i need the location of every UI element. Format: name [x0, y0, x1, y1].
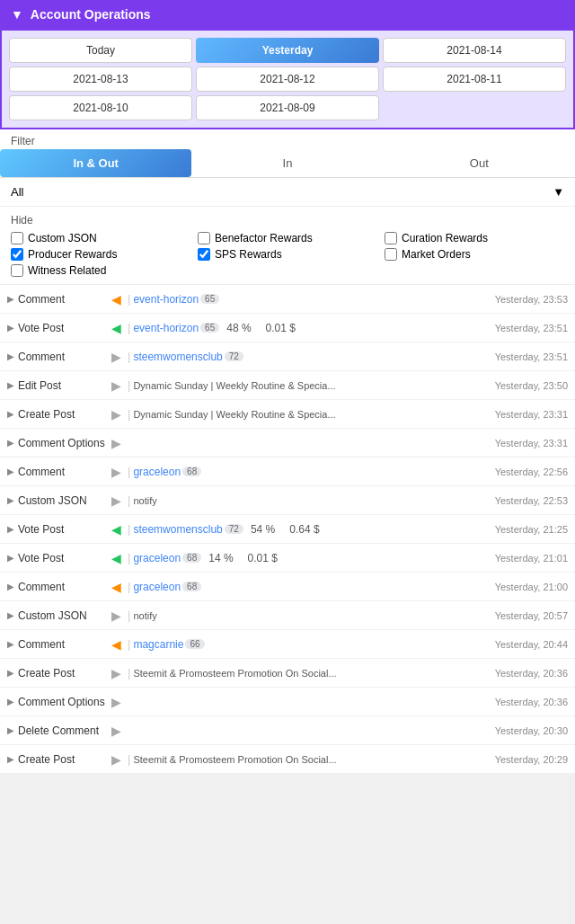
op-type-label: Comment Options	[18, 437, 108, 449]
op-badge: 68	[182, 466, 201, 476]
hide-market-orders[interactable]: Market Orders	[385, 248, 564, 261]
op-link[interactable]: steemwomensclub	[133, 351, 222, 363]
curation-rewards-label: Curation Rewards	[402, 232, 488, 244]
table-row: ▶Comment Options▶Yesterday, 23:31	[0, 429, 575, 458]
op-badge: 72	[225, 524, 243, 534]
expand-arrow-icon[interactable]: ▶	[7, 610, 14, 620]
separator: |	[128, 493, 130, 507]
hide-label: Hide	[11, 214, 564, 227]
expand-arrow-icon[interactable]: ▶	[7, 380, 14, 390]
expand-arrow-icon[interactable]: ▶	[7, 323, 14, 333]
hide-witness-related[interactable]: Witness Related	[11, 264, 190, 277]
op-amount: 0.64 $	[289, 523, 319, 536]
checkbox-producer-rewards[interactable]	[11, 248, 23, 261]
table-row: ▶Vote Post◀|steemwomensclub7254 %0.64 $Y…	[0, 515, 575, 544]
direction-icon: ◀	[111, 580, 121, 594]
table-row: ▶Comment◀|magcarnie66Yesterday, 20:44	[0, 630, 575, 659]
op-badge: 66	[185, 639, 204, 649]
date-btn-2021-08-10[interactable]: 2021-08-10	[9, 95, 192, 120]
separator: |	[128, 292, 130, 306]
expand-arrow-icon[interactable]: ▶	[7, 438, 14, 448]
table-row: ▶Create Post▶|Steemit & Promosteem Promo…	[0, 745, 575, 774]
expand-arrow-icon[interactable]: ▶	[7, 351, 14, 361]
separator: |	[128, 637, 130, 651]
expand-arrow-icon[interactable]: ▶	[7, 524, 14, 534]
expand-arrow-icon[interactable]: ▶	[7, 409, 14, 419]
custom-json-label: Custom JSON	[28, 232, 97, 244]
expand-arrow-icon[interactable]: ▶	[7, 639, 14, 649]
date-btn-2021-08-13[interactable]: 2021-08-13	[9, 67, 192, 92]
sps-rewards-label: SPS Rewards	[215, 248, 282, 261]
dropdown-value: All	[11, 185, 23, 199]
direction-icon: ◀	[111, 551, 121, 565]
op-detail: notify	[133, 610, 494, 621]
hide-sps-rewards[interactable]: SPS Rewards	[198, 248, 377, 261]
separator: |	[128, 407, 130, 421]
direction-icon: ▶	[111, 378, 121, 393]
hide-benefactor-rewards[interactable]: Benefactor Rewards	[198, 232, 377, 244]
hide-producer-rewards[interactable]: Producer Rewards	[11, 248, 190, 261]
all-dropdown[interactable]: All ▼	[0, 178, 575, 207]
expand-arrow-icon[interactable]: ▶	[7, 582, 14, 591]
table-row: ▶Comment▶|graceleon68Yesterday, 22:56	[0, 458, 575, 486]
date-btn-today[interactable]: Today	[9, 38, 192, 63]
op-detail: Dynamic Sunday | Weekly Routine & Specia…	[133, 409, 494, 420]
table-row: ▶Vote Post◀|graceleon6814 %0.01 $Yesterd…	[0, 544, 575, 573]
op-time: Yesterday, 23:31	[495, 438, 568, 449]
op-amount: 0.01 $	[248, 552, 278, 564]
op-link[interactable]: event-horizon	[133, 322, 199, 334]
checkbox-custom-json[interactable]	[11, 232, 23, 244]
date-btn-2021-08-09[interactable]: 2021-08-09	[196, 95, 379, 120]
op-type-label: Comment	[18, 638, 108, 651]
filter-tabs: In & Out In Out	[0, 149, 575, 178]
tab-in-out[interactable]: In & Out	[0, 149, 191, 177]
op-detail: notify	[133, 495, 494, 506]
table-row: ▶Custom JSON▶|notifyYesterday, 20:57	[0, 601, 575, 630]
direction-icon: ▶	[111, 695, 121, 709]
op-link[interactable]: graceleon	[133, 552, 181, 564]
date-btn-2021-08-14[interactable]: 2021-08-14	[383, 38, 566, 63]
op-link[interactable]: graceleon	[133, 581, 181, 593]
expand-arrow-icon[interactable]: ▶	[7, 668, 14, 678]
producer-rewards-label: Producer Rewards	[28, 248, 117, 261]
separator: |	[128, 465, 130, 478]
hide-custom-json[interactable]: Custom JSON	[11, 232, 190, 244]
op-time: Yesterday, 20:36	[495, 668, 568, 679]
date-btn-2021-08-12[interactable]: 2021-08-12	[196, 67, 379, 92]
header-chevron[interactable]: ▼	[11, 7, 23, 22]
expand-arrow-icon[interactable]: ▶	[7, 294, 14, 304]
op-badge: 68	[182, 582, 201, 591]
direction-icon: ▶	[111, 724, 121, 738]
op-time: Yesterday, 23:50	[495, 380, 568, 391]
table-row: ▶Comment◀|event-horizon65Yesterday, 23:5…	[0, 285, 575, 314]
op-link[interactable]: steemwomensclub	[133, 523, 222, 536]
checkbox-curation-rewards[interactable]	[385, 232, 397, 244]
expand-arrow-icon[interactable]: ▶	[7, 466, 14, 476]
op-link[interactable]: event-horizon	[133, 293, 199, 306]
expand-arrow-icon[interactable]: ▶	[7, 553, 14, 563]
op-link[interactable]: graceleon	[133, 466, 181, 478]
expand-arrow-icon[interactable]: ▶	[7, 697, 14, 706]
checkbox-witness-related[interactable]	[11, 264, 23, 277]
op-type-label: Create Post	[18, 667, 108, 680]
header-title: Account Operations	[31, 7, 151, 22]
checkbox-market-orders[interactable]	[385, 248, 397, 261]
checkbox-benefactor-rewards[interactable]	[198, 232, 210, 244]
expand-arrow-icon[interactable]: ▶	[7, 754, 14, 764]
direction-icon: ▶	[111, 666, 121, 680]
expand-arrow-icon[interactable]: ▶	[7, 725, 14, 735]
direction-icon: ▶	[111, 407, 121, 422]
direction-icon: ◀	[111, 292, 121, 307]
operations-list: ▶Comment◀|event-horizon65Yesterday, 23:5…	[0, 285, 575, 774]
op-time: Yesterday, 20:57	[495, 610, 568, 621]
op-type-label: Comment Options	[18, 696, 108, 708]
op-link[interactable]: magcarnie	[133, 638, 183, 651]
date-btn-2021-08-11[interactable]: 2021-08-11	[383, 67, 566, 92]
date-btn-yesterday[interactable]: Yesterday	[196, 38, 379, 63]
op-detail: Steemit & Promosteem Promotion On Social…	[133, 668, 494, 679]
tab-out[interactable]: Out	[384, 149, 575, 177]
hide-curation-rewards[interactable]: Curation Rewards	[385, 232, 564, 244]
tab-in[interactable]: In	[191, 149, 383, 177]
checkbox-sps-rewards[interactable]	[198, 248, 210, 261]
expand-arrow-icon[interactable]: ▶	[7, 495, 14, 505]
